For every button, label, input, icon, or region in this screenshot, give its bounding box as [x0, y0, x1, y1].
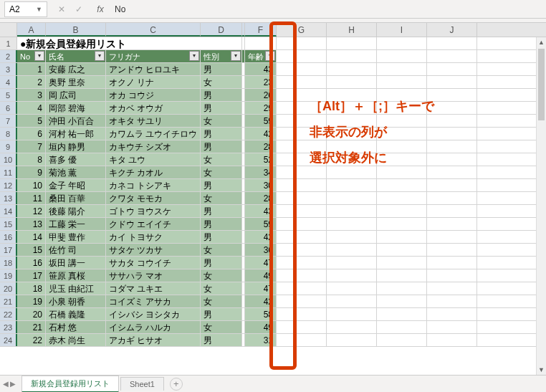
cell[interactable]: 沖田 小百合 — [46, 115, 106, 127]
cell[interactable]: クワタ モモカ — [106, 192, 201, 204]
cell[interactable]: 垣内 静男 — [46, 140, 106, 153]
cell[interactable] — [427, 37, 477, 49]
list-title[interactable]: ●新規会員登録用リスト — [17, 37, 242, 49]
cell[interactable] — [427, 76, 477, 88]
vertical-scrollbar[interactable]: ▲ ▼ — [536, 37, 546, 375]
row-header[interactable]: 6 — [0, 102, 17, 114]
cell[interactable]: 赤木 尚生 — [46, 334, 106, 346]
cell[interactable]: 石橋 義隆 — [46, 308, 106, 320]
cell[interactable] — [427, 179, 477, 191]
cell[interactable]: 女 — [201, 192, 242, 204]
cell[interactable] — [427, 63, 477, 75]
column-header-J[interactable]: J — [427, 23, 477, 37]
cell[interactable] — [277, 179, 327, 191]
cell[interactable] — [277, 218, 327, 230]
cell[interactable]: 34 — [245, 166, 277, 178]
cell[interactable] — [327, 321, 377, 333]
cell[interactable] — [327, 76, 377, 88]
cell[interactable] — [377, 295, 427, 307]
cell[interactable]: 桑田 百華 — [46, 192, 106, 204]
cell[interactable] — [377, 257, 427, 269]
cell[interactable] — [377, 321, 427, 333]
cell[interactable]: 後藤 陽介 — [46, 205, 106, 217]
cell[interactable]: ササハラ マオ — [106, 269, 201, 282]
row-header[interactable]: 19 — [0, 269, 17, 282]
cell[interactable]: 5 — [17, 115, 46, 127]
cell[interactable] — [327, 205, 377, 217]
cell[interactable] — [277, 257, 327, 269]
cell[interactable] — [427, 50, 477, 62]
accept-formula-icon[interactable]: ✓ — [72, 4, 86, 14]
cell[interactable]: カキウチ シズオ — [106, 140, 201, 153]
cell[interactable] — [377, 282, 427, 295]
row-header[interactable]: 7 — [0, 115, 17, 127]
row-header[interactable]: 8 — [0, 128, 17, 140]
cell[interactable] — [427, 282, 477, 295]
cell[interactable] — [277, 334, 327, 346]
cell[interactable] — [277, 63, 327, 75]
cell[interactable]: キクチ カオル — [106, 166, 201, 178]
scroll-down-icon[interactable]: ▼ — [537, 366, 546, 373]
cell[interactable]: 女 — [201, 269, 242, 282]
cell[interactable] — [427, 231, 477, 243]
row-header[interactable]: 17 — [0, 244, 17, 256]
cancel-formula-icon[interactable]: ✕ — [54, 4, 69, 14]
cell[interactable]: 工藤 栄一 — [46, 218, 106, 230]
cell[interactable] — [327, 179, 377, 191]
cell[interactable]: 36 — [245, 244, 277, 256]
tab-prev-icon[interactable]: ◀ — [3, 380, 9, 388]
cell[interactable] — [327, 257, 377, 269]
cell[interactable]: 笹原 真桜 — [46, 269, 106, 282]
cell[interactable] — [327, 269, 377, 282]
cell[interactable] — [427, 128, 477, 140]
cell[interactable]: 16 — [17, 257, 46, 269]
cell[interactable]: 4 — [17, 102, 46, 114]
cell[interactable]: 1 — [17, 63, 46, 75]
select-all-corner[interactable] — [0, 23, 17, 37]
column-header-F[interactable]: F — [245, 23, 277, 37]
scroll-up-icon[interactable]: ▲ — [537, 39, 546, 46]
cell[interactable]: 30 — [245, 179, 277, 191]
cell[interactable]: 47 — [245, 282, 277, 295]
cell[interactable]: 坂田 講一 — [46, 257, 106, 269]
table-header-cell[interactable]: 性別 — [201, 50, 242, 62]
table-header-cell[interactable]: No — [17, 50, 46, 62]
cell[interactable]: サタケ ツカサ — [106, 244, 201, 256]
cell[interactable]: 金子 年昭 — [46, 179, 106, 191]
cell[interactable] — [427, 192, 477, 204]
cell[interactable]: 15 — [17, 244, 46, 256]
cell[interactable]: 42 — [245, 128, 277, 140]
cell[interactable]: 児玉 由紀江 — [46, 282, 106, 295]
cell[interactable]: 18 — [17, 282, 46, 295]
cell[interactable]: 49 — [245, 269, 277, 282]
cell[interactable]: 28 — [245, 140, 277, 153]
name-box[interactable]: A2 ▼ — [4, 1, 47, 17]
cell[interactable]: コダマ ユキエ — [106, 282, 201, 295]
column-header-I[interactable]: I — [377, 23, 427, 37]
cell[interactable] — [427, 89, 477, 101]
filter-button[interactable] — [189, 51, 199, 61]
cell[interactable]: 14 — [17, 231, 46, 243]
row-header[interactable]: 2 — [0, 50, 17, 62]
tab-next-icon[interactable]: ▶ — [10, 380, 16, 388]
cell[interactable]: 女 — [201, 76, 242, 88]
cell[interactable]: 49 — [245, 321, 277, 333]
cell[interactable] — [377, 205, 427, 217]
cell[interactable] — [277, 231, 327, 243]
cell[interactable]: 19 — [17, 295, 46, 307]
cell[interactable]: 女 — [201, 282, 242, 295]
cell[interactable]: 23 — [245, 76, 277, 88]
cell[interactable]: 奥野 里奈 — [46, 76, 106, 88]
cell[interactable] — [277, 282, 327, 295]
column-header-D[interactable]: D — [201, 23, 242, 37]
cell[interactable] — [427, 334, 477, 346]
cell[interactable]: イシバシ ヨシタカ — [106, 308, 201, 320]
cell[interactable]: 男 — [201, 140, 242, 153]
cell[interactable]: サカタ コウイチ — [106, 257, 201, 269]
row-header[interactable]: 23 — [0, 321, 17, 333]
row-header[interactable]: 21 — [0, 295, 17, 307]
cell[interactable]: 男 — [201, 128, 242, 140]
cell[interactable]: 11 — [17, 192, 46, 204]
cell[interactable]: 男 — [201, 179, 242, 191]
cell[interactable] — [377, 179, 427, 191]
